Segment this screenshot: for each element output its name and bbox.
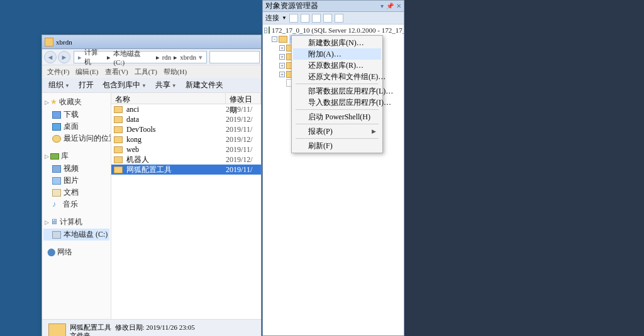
menu-item[interactable]: 还原数据库(R)… xyxy=(293,60,381,71)
tree-server-node[interactable]: - 172_17_0_10 (SQL Server 12.0.2000 - 17… xyxy=(264,26,402,35)
menu-separator xyxy=(296,138,379,139)
menu-help[interactable]: 帮助(H) xyxy=(161,67,189,77)
server-label: 172_17_0_10 (SQL Server 12.0.2000 - 172_… xyxy=(272,26,404,34)
nav-bar: ◄ ► ▸ 计算机▸ 本地磁盘 (C:)▸ rdn▸ xbrdn▾ xyxy=(42,49,261,65)
menu-item[interactable]: 导入数据层应用程序(I)… xyxy=(293,97,381,108)
folder-icon xyxy=(45,38,53,46)
sidebar-item-pictures[interactable]: 图片 xyxy=(43,175,109,187)
explorer-window: xbrdn ◄ ► ▸ 计算机▸ 本地磁盘 (C:)▸ rdn▸ xbrdn▾ … xyxy=(42,35,262,336)
file-name: 机器人 xyxy=(126,154,226,165)
sidebar-item-disk-c[interactable]: 本地磁盘 (C:) xyxy=(43,229,109,241)
connect-button[interactable]: 连接 xyxy=(265,13,279,23)
file-row[interactable]: anci2019/11/ xyxy=(111,104,261,114)
menu-item[interactable]: 部署数据层应用程序(L)… xyxy=(293,85,381,97)
toolbar: 组织▼ 打开 包含到库中▼ 共享▼ 新建文件夹 xyxy=(42,78,261,93)
toolbar-icon[interactable] xyxy=(301,14,309,23)
file-name: DevTools xyxy=(126,125,226,134)
file-date: 2019/12/ xyxy=(226,155,261,165)
menu-separator xyxy=(296,84,379,84)
menu-separator xyxy=(296,124,379,124)
file-date: 2019/12/ xyxy=(226,135,261,144)
server-icon xyxy=(269,26,270,34)
panel-title: 对象资源管理器 xyxy=(265,1,318,11)
toolbar-icon[interactable] xyxy=(335,14,343,23)
include-library-button[interactable]: 包含到库中▼ xyxy=(99,79,150,92)
folder-icon xyxy=(114,116,123,123)
menu-label: 刷新(F) xyxy=(308,141,333,151)
crumb-disk-c[interactable]: 本地磁盘 (C:) xyxy=(112,49,154,66)
menu-label: 导入数据层应用程序(I)… xyxy=(308,97,391,108)
file-rows: anci2019/11/data2019/12/DevTools2019/11/… xyxy=(111,104,261,319)
nav-back-button[interactable]: ◄ xyxy=(44,51,57,63)
sidebar-item-recent[interactable]: 最近访问的位置 xyxy=(43,133,109,144)
col-date[interactable]: 修改日期 xyxy=(226,93,261,104)
menu-item[interactable]: 还原文件和文件组(E)… xyxy=(293,71,381,82)
breadcrumb[interactable]: ▸ 计算机▸ 本地磁盘 (C:)▸ rdn▸ xbrdn▾ xyxy=(74,51,207,63)
menu-tool[interactable]: 工具(T) xyxy=(132,67,160,77)
nav-forward-button[interactable]: ► xyxy=(58,51,70,63)
explorer-titlebar[interactable]: xbrdn xyxy=(42,35,261,49)
menu-label: 部署数据层应用程序(L)… xyxy=(308,86,393,97)
menu-file[interactable]: 文件(F) xyxy=(45,67,72,77)
sidebar-computer-header[interactable]: ▷🖥 计算机 xyxy=(43,215,109,229)
sidebar-network-header[interactable]: ⬤ 网络 xyxy=(43,246,109,259)
folder-icon xyxy=(279,36,287,43)
file-row[interactable]: data2019/12/ xyxy=(111,114,261,124)
dark-app-pane xyxy=(404,0,644,336)
file-date: 2019/11/ xyxy=(226,145,261,154)
sidebar-item-videos[interactable]: 视频 xyxy=(43,163,109,175)
sidebar-library-header[interactable]: ▷ 库 xyxy=(43,149,109,163)
organize-button[interactable]: 组织▼ xyxy=(45,79,74,92)
window-title: xbrdn xyxy=(56,38,72,46)
file-row[interactable]: 机器人2019/12/ xyxy=(111,154,261,165)
crumb-rdn[interactable]: rdn xyxy=(161,53,173,61)
sidebar-item-downloads[interactable]: 下载 xyxy=(43,109,109,121)
file-date: 2019/12/ xyxy=(226,115,261,124)
toolbar-icon[interactable] xyxy=(289,14,298,23)
share-button[interactable]: 共享▼ xyxy=(152,79,180,92)
file-name: 网狐配置工具 xyxy=(126,165,226,175)
crumb-icon: ▸ xyxy=(77,53,83,62)
column-headers[interactable]: 名称 修改日期 xyxy=(111,93,261,104)
folder-icon xyxy=(114,126,123,133)
menu-edit[interactable]: 编辑(E) xyxy=(73,67,101,77)
sidebar-favorites-header[interactable]: ▷★ 收藏夹 xyxy=(43,95,109,109)
file-row[interactable]: kong2019/12/ xyxy=(111,134,261,144)
object-explorer-header[interactable]: 对象资源管理器 ▾ 📌 ✕ xyxy=(263,1,404,12)
file-date: 2019/11/ xyxy=(226,165,261,175)
file-row[interactable]: 网狐配置工具2019/11/ xyxy=(111,165,261,175)
sidebar-item-music[interactable]: ♪ 音乐 xyxy=(43,198,109,210)
close-icon[interactable]: ✕ xyxy=(396,3,401,9)
folder-icon xyxy=(114,156,123,163)
submenu-arrow-icon: ▶ xyxy=(372,128,376,134)
toolbar-icon[interactable] xyxy=(312,14,321,23)
sidebar-item-documents[interactable]: 文档 xyxy=(43,187,109,198)
sidebar-item-desktop[interactable]: 桌面 xyxy=(43,121,109,133)
new-folder-button[interactable]: 新建文件夹 xyxy=(182,79,227,92)
file-date: 2019/11/ xyxy=(226,105,261,114)
detail-type: 文件夹 xyxy=(70,332,195,337)
menu-item[interactable]: 报表(P)▶ xyxy=(293,126,381,137)
col-name[interactable]: 名称 xyxy=(111,93,226,104)
dropdown-icon[interactable]: ▾ xyxy=(380,3,384,9)
toolbar-icon[interactable] xyxy=(323,14,332,23)
search-input[interactable] xyxy=(209,51,260,63)
menu-item[interactable]: 刷新(F) xyxy=(293,140,381,151)
folder-icon xyxy=(114,146,123,153)
menu-view[interactable]: 查看(V) xyxy=(103,67,131,77)
menu-item[interactable]: 附加(A)… xyxy=(293,48,381,60)
file-row[interactable]: web2019/11/ xyxy=(111,144,261,154)
menu-item[interactable]: 启动 PowerShell(H) xyxy=(293,111,381,122)
menu-item[interactable]: 新建数据库(N)… xyxy=(293,37,381,48)
pin-icon[interactable]: 📌 xyxy=(386,3,394,9)
folder-icon xyxy=(48,323,66,337)
open-button[interactable]: 打开 xyxy=(75,79,97,92)
crumb-xbrdn[interactable]: xbrdn xyxy=(179,53,197,61)
crumb-computer[interactable]: 计算机 xyxy=(83,48,106,67)
menu-separator xyxy=(296,109,379,110)
file-name: web xyxy=(126,145,226,154)
file-row[interactable]: DevTools2019/11/ xyxy=(111,124,261,134)
context-menu: 新建数据库(N)…附加(A)…还原数据库(R)…还原文件和文件组(E)…部署数据… xyxy=(291,35,383,153)
menu-label: 启动 PowerShell(H) xyxy=(308,112,370,122)
menu-label: 报表(P) xyxy=(308,126,333,137)
